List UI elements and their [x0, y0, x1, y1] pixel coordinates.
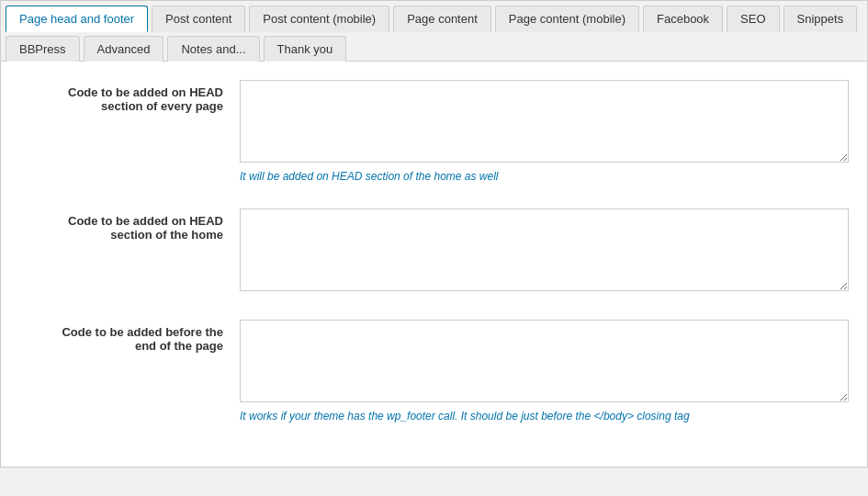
- tab-page-content[interactable]: Page content: [393, 6, 491, 32]
- field-content-head-home: [240, 209, 849, 294]
- tab-thank-you[interactable]: Thank you: [264, 36, 347, 62]
- textarea-head-home[interactable]: [240, 209, 849, 291]
- tab-page-head-footer[interactable]: Page head and footer: [6, 6, 148, 32]
- field-content-head-every-page: It will be added on HEAD section of the …: [240, 80, 849, 183]
- tab-page-content-mobile[interactable]: Page content (mobile): [495, 6, 639, 32]
- field-label-before-end-page: Code to be added before theend of the pa…: [19, 320, 240, 353]
- field-label-head-every-page: Code to be added on HEADsection of every…: [19, 80, 240, 113]
- tab-bbpress[interactable]: BBPress: [6, 36, 80, 62]
- field-row-head-every-page: Code to be added on HEADsection of every…: [19, 80, 849, 183]
- tab-post-content-mobile[interactable]: Post content (mobile): [249, 6, 389, 32]
- field-label-head-home: Code to be added on HEADsection of the h…: [19, 209, 240, 242]
- tab-facebook[interactable]: Facebook: [643, 6, 723, 32]
- tab-notes-and[interactable]: Notes and...: [167, 36, 259, 62]
- textarea-head-every-page[interactable]: [240, 80, 849, 163]
- main-content: Code to be added on HEADsection of every…: [1, 62, 867, 467]
- tab-advanced[interactable]: Advanced: [84, 36, 164, 62]
- tab-seo[interactable]: SEO: [727, 6, 779, 32]
- field-hint-head-every-page: It will be added on HEAD section of the …: [240, 170, 849, 183]
- tab-snippets[interactable]: Snippets: [783, 6, 858, 32]
- textarea-before-end-page[interactable]: [240, 320, 849, 402]
- field-row-before-end-page: Code to be added before theend of the pa…: [19, 320, 849, 423]
- field-row-head-home: Code to be added on HEADsection of the h…: [19, 209, 849, 294]
- field-hint-before-end-page: It works if your theme has the wp_footer…: [240, 410, 849, 423]
- field-content-before-end-page: It works if your theme has the wp_footer…: [240, 320, 849, 423]
- settings-panel: Page head and footerPost contentPost con…: [0, 0, 868, 468]
- tab-post-content[interactable]: Post content: [152, 6, 245, 32]
- tabs-container: Page head and footerPost contentPost con…: [1, 1, 867, 62]
